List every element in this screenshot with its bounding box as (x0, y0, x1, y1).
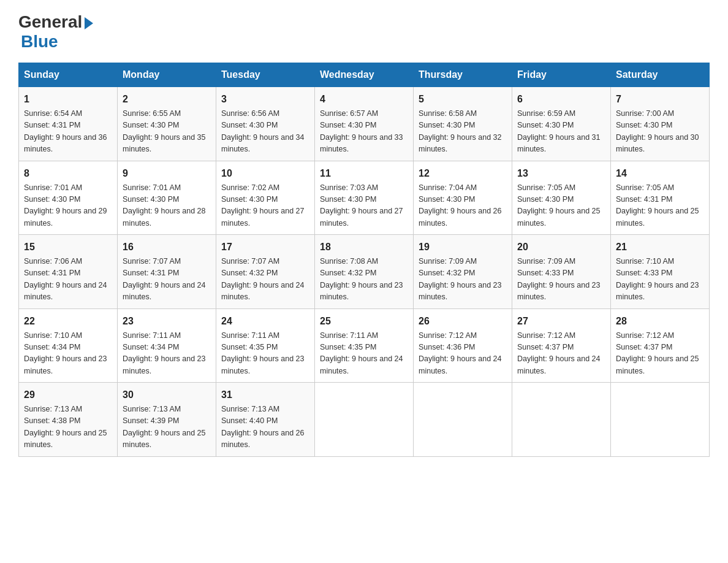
day-info: Sunrise: 7:03 AMSunset: 4:30 PMDaylight:… (320, 182, 408, 230)
calendar-cell: 30 Sunrise: 7:13 AMSunset: 4:39 PMDaylig… (118, 383, 216, 457)
calendar-cell: 31 Sunrise: 7:13 AMSunset: 4:40 PMDaylig… (216, 383, 315, 457)
logo-blue-text: Blue (21, 32, 58, 52)
day-number: 4 (320, 92, 408, 107)
calendar-cell: 20 Sunrise: 7:09 AMSunset: 4:33 PMDaylig… (512, 235, 611, 309)
day-number: 27 (517, 314, 605, 329)
calendar-cell: 3 Sunrise: 6:56 AMSunset: 4:30 PMDayligh… (216, 87, 315, 161)
day-info: Sunrise: 7:00 AMSunset: 4:30 PMDaylight:… (616, 108, 704, 156)
col-header-wednesday: Wednesday (315, 63, 414, 87)
calendar-cell (315, 383, 414, 457)
day-info: Sunrise: 7:07 AMSunset: 4:32 PMDaylight:… (221, 256, 309, 304)
day-info: Sunrise: 7:01 AMSunset: 4:30 PMDaylight:… (123, 182, 211, 230)
day-info: Sunrise: 7:12 AMSunset: 4:36 PMDaylight:… (419, 330, 507, 378)
calendar-cell: 7 Sunrise: 7:00 AMSunset: 4:30 PMDayligh… (611, 87, 710, 161)
day-info: Sunrise: 7:11 AMSunset: 4:35 PMDaylight:… (221, 330, 309, 378)
day-number: 20 (517, 240, 605, 255)
day-info: Sunrise: 7:02 AMSunset: 4:30 PMDaylight:… (221, 182, 309, 230)
calendar-cell: 4 Sunrise: 6:57 AMSunset: 4:30 PMDayligh… (315, 87, 414, 161)
day-number: 12 (419, 166, 507, 181)
calendar-cell: 8 Sunrise: 7:01 AMSunset: 4:30 PMDayligh… (19, 161, 118, 235)
day-number: 31 (221, 388, 309, 402)
day-info: Sunrise: 7:10 AMSunset: 4:33 PMDaylight:… (616, 256, 704, 304)
calendar-cell: 13 Sunrise: 7:05 AMSunset: 4:30 PMDaylig… (512, 161, 611, 235)
day-info: Sunrise: 7:10 AMSunset: 4:34 PMDaylight:… (24, 330, 112, 378)
day-info: Sunrise: 6:58 AMSunset: 4:30 PMDaylight:… (419, 108, 507, 156)
calendar-week-row: 29 Sunrise: 7:13 AMSunset: 4:38 PMDaylig… (19, 383, 710, 457)
col-header-saturday: Saturday (611, 63, 710, 87)
col-header-thursday: Thursday (414, 63, 512, 87)
day-info: Sunrise: 6:57 AMSunset: 4:30 PMDaylight:… (320, 108, 408, 156)
day-info: Sunrise: 7:09 AMSunset: 4:33 PMDaylight:… (517, 256, 605, 304)
day-number: 16 (123, 240, 211, 255)
day-number: 17 (221, 240, 309, 255)
calendar-cell (611, 383, 710, 457)
day-number: 22 (24, 314, 112, 329)
calendar-week-row: 22 Sunrise: 7:10 AMSunset: 4:34 PMDaylig… (19, 308, 710, 383)
calendar-cell: 1 Sunrise: 6:54 AMSunset: 4:31 PMDayligh… (19, 87, 118, 161)
day-info: Sunrise: 7:13 AMSunset: 4:40 PMDaylight:… (221, 404, 309, 451)
calendar-week-row: 15 Sunrise: 7:06 AMSunset: 4:31 PMDaylig… (19, 235, 710, 309)
day-info: Sunrise: 7:07 AMSunset: 4:31 PMDaylight:… (123, 256, 211, 304)
day-number: 30 (123, 388, 211, 402)
calendar-cell: 26 Sunrise: 7:12 AMSunset: 4:36 PMDaylig… (414, 308, 512, 383)
day-number: 21 (616, 240, 704, 255)
calendar-cell (414, 383, 512, 457)
calendar-week-row: 8 Sunrise: 7:01 AMSunset: 4:30 PMDayligh… (19, 161, 710, 235)
day-info: Sunrise: 7:13 AMSunset: 4:39 PMDaylight:… (123, 404, 211, 451)
day-number: 13 (517, 166, 605, 181)
day-number: 25 (320, 314, 408, 329)
calendar-table: SundayMondayTuesdayWednesdayThursdayFrid… (18, 63, 710, 457)
calendar-cell: 24 Sunrise: 7:11 AMSunset: 4:35 PMDaylig… (216, 308, 315, 383)
day-info: Sunrise: 6:56 AMSunset: 4:30 PMDaylight:… (221, 108, 309, 156)
day-number: 6 (517, 92, 605, 107)
day-number: 11 (320, 166, 408, 181)
calendar-cell: 15 Sunrise: 7:06 AMSunset: 4:31 PMDaylig… (19, 235, 118, 309)
calendar-cell: 18 Sunrise: 7:08 AMSunset: 4:32 PMDaylig… (315, 235, 414, 309)
day-number: 28 (616, 314, 704, 329)
calendar-cell: 27 Sunrise: 7:12 AMSunset: 4:37 PMDaylig… (512, 308, 611, 383)
calendar-cell: 5 Sunrise: 6:58 AMSunset: 4:30 PMDayligh… (414, 87, 512, 161)
day-number: 24 (221, 314, 309, 329)
calendar-cell: 28 Sunrise: 7:12 AMSunset: 4:37 PMDaylig… (611, 308, 710, 383)
day-info: Sunrise: 7:08 AMSunset: 4:32 PMDaylight:… (320, 256, 408, 304)
calendar-cell: 21 Sunrise: 7:10 AMSunset: 4:33 PMDaylig… (611, 235, 710, 309)
logo-arrow-icon (85, 17, 93, 29)
col-header-sunday: Sunday (19, 63, 118, 87)
calendar-cell: 29 Sunrise: 7:13 AMSunset: 4:38 PMDaylig… (19, 383, 118, 457)
day-number: 7 (616, 92, 704, 107)
day-number: 5 (419, 92, 507, 107)
day-number: 26 (419, 314, 507, 329)
calendar-cell: 22 Sunrise: 7:10 AMSunset: 4:34 PMDaylig… (19, 308, 118, 383)
day-info: Sunrise: 7:12 AMSunset: 4:37 PMDaylight:… (517, 330, 605, 378)
day-number: 2 (123, 92, 211, 107)
day-number: 23 (123, 314, 211, 329)
calendar-cell: 25 Sunrise: 7:11 AMSunset: 4:35 PMDaylig… (315, 308, 414, 383)
day-info: Sunrise: 7:04 AMSunset: 4:30 PMDaylight:… (419, 182, 507, 230)
calendar-cell (512, 383, 611, 457)
calendar-cell: 9 Sunrise: 7:01 AMSunset: 4:30 PMDayligh… (118, 161, 216, 235)
day-number: 3 (221, 92, 309, 107)
day-info: Sunrise: 7:05 AMSunset: 4:31 PMDaylight:… (616, 182, 704, 230)
day-info: Sunrise: 7:05 AMSunset: 4:30 PMDaylight:… (517, 182, 605, 230)
calendar-cell: 10 Sunrise: 7:02 AMSunset: 4:30 PMDaylig… (216, 161, 315, 235)
calendar-cell: 16 Sunrise: 7:07 AMSunset: 4:31 PMDaylig… (118, 235, 216, 309)
calendar-cell: 19 Sunrise: 7:09 AMSunset: 4:32 PMDaylig… (414, 235, 512, 309)
calendar-week-row: 1 Sunrise: 6:54 AMSunset: 4:31 PMDayligh… (19, 87, 710, 161)
day-info: Sunrise: 6:54 AMSunset: 4:31 PMDaylight:… (24, 108, 112, 156)
calendar-cell: 11 Sunrise: 7:03 AMSunset: 4:30 PMDaylig… (315, 161, 414, 235)
day-info: Sunrise: 7:01 AMSunset: 4:30 PMDaylight:… (24, 182, 112, 230)
calendar-cell: 17 Sunrise: 7:07 AMSunset: 4:32 PMDaylig… (216, 235, 315, 309)
day-info: Sunrise: 7:09 AMSunset: 4:32 PMDaylight:… (419, 256, 507, 304)
day-number: 10 (221, 166, 309, 181)
page-header: General Blue (18, 12, 710, 52)
day-number: 14 (616, 166, 704, 181)
calendar-cell: 12 Sunrise: 7:04 AMSunset: 4:30 PMDaylig… (414, 161, 512, 235)
day-info: Sunrise: 7:11 AMSunset: 4:34 PMDaylight:… (123, 330, 211, 378)
day-info: Sunrise: 7:06 AMSunset: 4:31 PMDaylight:… (24, 256, 112, 304)
logo-general-text: General (18, 12, 82, 32)
col-header-monday: Monday (118, 63, 216, 87)
calendar-cell: 6 Sunrise: 6:59 AMSunset: 4:30 PMDayligh… (512, 87, 611, 161)
day-info: Sunrise: 7:13 AMSunset: 4:38 PMDaylight:… (24, 404, 112, 451)
day-info: Sunrise: 7:12 AMSunset: 4:37 PMDaylight:… (616, 330, 704, 378)
col-header-tuesday: Tuesday (216, 63, 315, 87)
